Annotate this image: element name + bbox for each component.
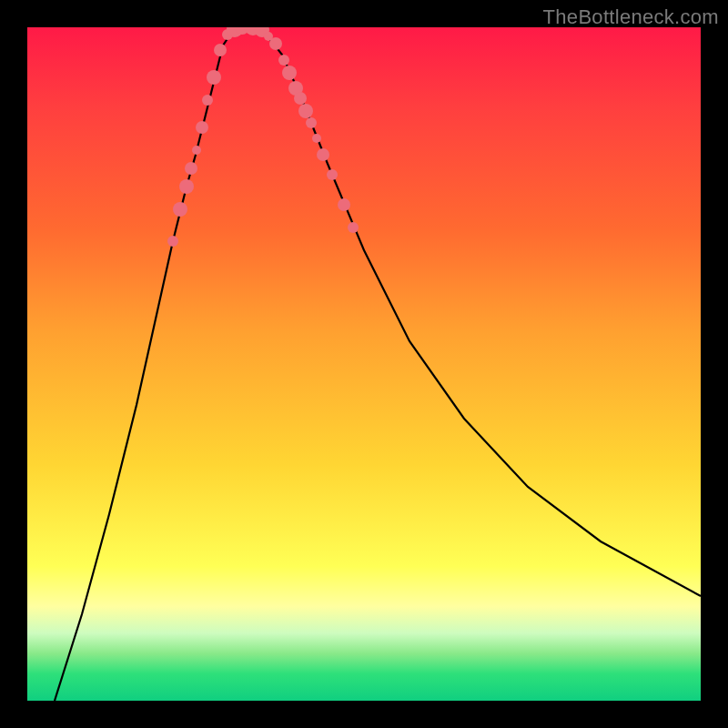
curve-marker <box>327 169 338 180</box>
curve-marker <box>306 117 317 128</box>
curve-marker <box>202 95 213 106</box>
chart-frame: TheBottleneck.com <box>0 0 728 728</box>
curve-marker <box>269 37 282 50</box>
bottleneck-curve <box>55 27 701 701</box>
curve-marker <box>278 55 289 66</box>
curve-marker <box>282 66 297 80</box>
curve-marker <box>167 236 178 247</box>
chart-svg <box>27 27 701 701</box>
gradient-background <box>27 27 701 701</box>
curve-marker <box>185 162 197 175</box>
curve-marker <box>214 44 227 56</box>
curve-marker <box>312 134 321 143</box>
curve-marker <box>348 222 359 233</box>
curve-marker <box>317 148 329 161</box>
curve-marker <box>192 146 201 155</box>
curve-marker <box>179 179 194 194</box>
watermark-text: TheBottleneck.com <box>543 5 719 29</box>
curve-marker <box>207 70 221 85</box>
curve-markers <box>167 27 359 247</box>
curve-marker <box>298 104 313 118</box>
curve-marker <box>173 202 187 217</box>
curve-marker <box>294 92 307 105</box>
curve-marker <box>338 198 350 211</box>
curve-marker <box>196 121 208 134</box>
